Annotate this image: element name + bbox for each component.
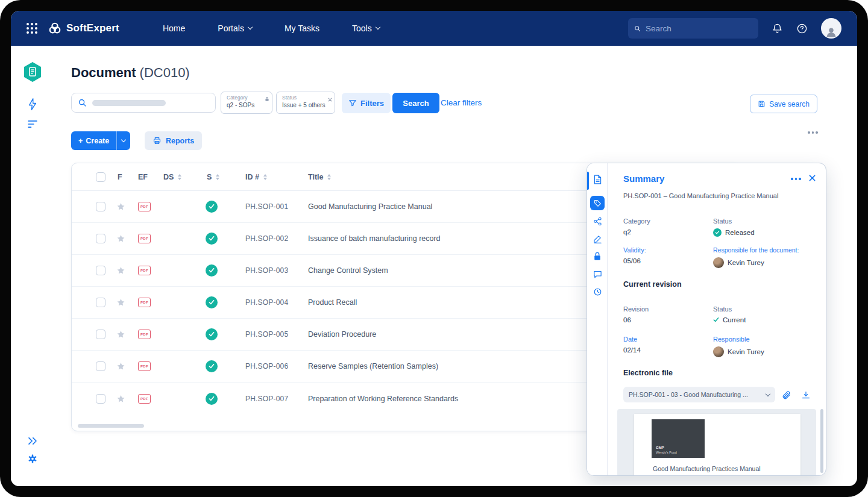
pdf-file-icon[interactable]: PDF	[138, 361, 151, 371]
global-search-input[interactable]	[646, 24, 752, 33]
panel-scrollbar[interactable]	[820, 409, 823, 473]
page-code: (DC010)	[140, 65, 190, 80]
doc-id[interactable]: PH.SOP-005	[245, 330, 288, 339]
reports-button[interactable]: Reports	[145, 131, 202, 150]
doc-id[interactable]: PH.SOP-001	[245, 202, 288, 211]
doc-title[interactable]: Preparation of Working Reference Standar…	[308, 395, 458, 403]
pdf-file-icon[interactable]: PDF	[138, 234, 151, 243]
close-panel-icon[interactable]	[809, 175, 816, 181]
doc-id[interactable]: PH.SOP-007	[245, 395, 288, 403]
favorite-star-icon[interactable]	[116, 234, 125, 243]
select-all-checkbox[interactable]	[96, 172, 105, 182]
global-search[interactable]	[628, 18, 758, 39]
file-version-select[interactable]: PH.SOP-001 - 03 - Good Manufacturing ...	[623, 387, 775, 402]
document-tab-icon[interactable]	[590, 172, 605, 187]
favorite-star-icon[interactable]	[116, 202, 125, 211]
search-button[interactable]: Search	[392, 93, 439, 113]
save-search-button[interactable]: Save search	[750, 95, 817, 113]
favorite-star-icon[interactable]	[116, 298, 125, 307]
header-title[interactable]: Title	[308, 173, 331, 181]
settings-gear-icon[interactable]	[28, 454, 38, 464]
header-electronic-file[interactable]: EF	[138, 173, 148, 181]
doc-id[interactable]: PH.SOP-002	[245, 234, 288, 243]
row-checkbox[interactable]	[96, 234, 105, 243]
top-navbar: SoftExpert Home Portals My Tasks Tools	[11, 11, 857, 46]
doc-title[interactable]: Reserve Samples (Retention Samples)	[308, 362, 438, 370]
file-preview[interactable]: GMP Wendy's Food Good Manufacturing Prac…	[617, 409, 816, 476]
document-search-input[interactable]	[71, 93, 216, 113]
page-title: Document(DC010)	[71, 65, 190, 81]
doc-id[interactable]: PH.SOP-004	[245, 298, 288, 307]
document-module-icon[interactable]	[24, 62, 42, 82]
chevron-down-icon	[248, 25, 253, 30]
pdf-file-icon[interactable]: PDF	[138, 330, 151, 339]
doc-title[interactable]: Good Manufacturing Practice Manual	[308, 202, 432, 211]
search-icon	[78, 98, 87, 107]
attachment-paperclip-icon[interactable]	[780, 389, 793, 402]
more-options-icon[interactable]	[808, 131, 818, 134]
nav-portals[interactable]: Portals	[218, 23, 252, 33]
doc-id[interactable]: PH.SOP-003	[245, 266, 288, 275]
header-favorite[interactable]: F	[118, 173, 122, 181]
brand-logo[interactable]: SoftExpert	[48, 22, 119, 35]
sort-icon[interactable]	[263, 174, 267, 180]
panel-menu-icon[interactable]	[791, 178, 801, 180]
left-sidebar	[11, 46, 54, 486]
doc-title[interactable]: Deviation Procedure	[308, 330, 376, 339]
quick-actions-bolt-icon[interactable]	[28, 98, 37, 110]
row-checkbox[interactable]	[96, 394, 105, 404]
doc-id[interactable]: PH.SOP-006	[245, 362, 288, 370]
clear-filters-link[interactable]: Clear filters	[441, 98, 482, 107]
row-checkbox[interactable]	[96, 361, 105, 371]
create-button[interactable]: + Create	[71, 131, 116, 150]
chevron-down-icon	[766, 392, 770, 396]
share-tab-icon[interactable]	[590, 214, 605, 228]
header-id[interactable]: ID #	[245, 173, 267, 181]
sort-icon[interactable]	[216, 174, 219, 180]
header-status[interactable]: S	[207, 173, 219, 181]
sort-icon[interactable]	[178, 174, 181, 180]
apps-grid-icon[interactable]	[27, 23, 37, 34]
pdf-file-icon[interactable]: PDF	[138, 394, 151, 404]
released-status-icon	[206, 393, 218, 405]
favorite-star-icon[interactable]	[116, 266, 125, 275]
released-status-icon	[206, 360, 218, 372]
row-checkbox[interactable]	[96, 266, 105, 275]
user-avatar[interactable]	[821, 18, 841, 39]
lock-tab-icon[interactable]	[590, 249, 605, 263]
header-ds[interactable]: DS	[163, 173, 181, 181]
filters-button[interactable]: Filters	[342, 93, 391, 113]
category-filter-chip[interactable]: Category q2 - SOPs	[221, 92, 272, 114]
doc-title[interactable]: Product Recall	[308, 298, 357, 307]
comment-tab-icon[interactable]	[590, 267, 605, 281]
favorite-star-icon[interactable]	[116, 394, 125, 403]
sort-icon[interactable]	[327, 174, 331, 180]
signature-tab-icon[interactable]	[590, 231, 605, 246]
row-checkbox[interactable]	[96, 202, 105, 211]
expand-sidebar-icon[interactable]	[28, 437, 38, 445]
row-checkbox[interactable]	[96, 298, 105, 307]
create-dropdown-button[interactable]	[116, 131, 130, 150]
status-filter-chip[interactable]: Status Issue + 5 others	[276, 92, 335, 114]
remove-filter-icon[interactable]	[328, 93, 332, 104]
nav-tools[interactable]: Tools	[352, 23, 380, 33]
horizontal-scrollbar[interactable]	[78, 424, 144, 428]
history-tab-icon[interactable]	[590, 284, 605, 299]
row-checkbox[interactable]	[96, 330, 105, 339]
released-status-icon	[713, 228, 722, 237]
help-icon[interactable]	[796, 23, 808, 34]
nav-home[interactable]: Home	[163, 23, 185, 33]
pdf-file-icon[interactable]: PDF	[138, 298, 151, 307]
download-icon[interactable]	[799, 389, 813, 402]
doc-title[interactable]: Change Control System	[308, 266, 388, 275]
tag-tab-icon[interactable]	[590, 196, 605, 210]
favorite-star-icon[interactable]	[116, 362, 125, 371]
favorite-star-icon[interactable]	[116, 330, 125, 339]
doc-title[interactable]: Issuance of batch manufacturing record	[308, 234, 441, 243]
filter-list-icon[interactable]	[28, 120, 38, 128]
field-date: Date 02/14	[623, 336, 641, 354]
notifications-bell-icon[interactable]	[772, 23, 783, 34]
pdf-file-icon[interactable]: PDF	[138, 202, 151, 211]
pdf-file-icon[interactable]: PDF	[138, 266, 151, 275]
nav-my-tasks[interactable]: My Tasks	[285, 23, 319, 33]
